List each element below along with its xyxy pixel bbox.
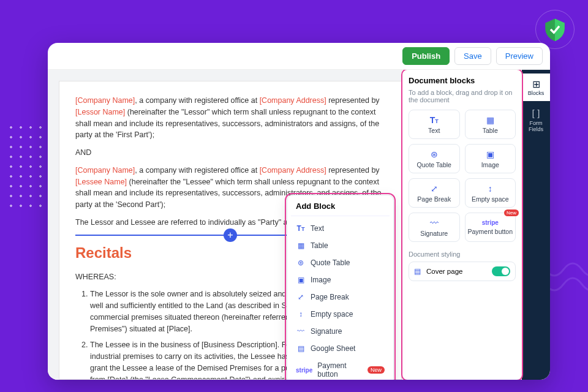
add-block-popover: Add Block TTText▦Table⊛Quote Table▣Image… [287,195,394,380]
popover-item-table[interactable]: ▦Table [291,237,390,254]
stripe-logo: stripe [482,219,499,226]
block-icon: ↕ [488,184,492,194]
popover-item-label: Image [311,276,331,284]
popover-item-label: Text [311,224,324,233]
block-card-signature[interactable]: 〰Signature [409,213,460,242]
cover-page-icon: ▤ [414,267,423,276]
block-icon: ▣ [486,149,494,159]
right-rail: ⊞ Blocks ［］ Form Fields [522,70,550,380]
popover-item-text[interactable]: TTText [291,220,390,237]
popover-item-image[interactable]: ▣Image [291,271,390,288]
block-icon: ↕ [296,310,306,318]
popover-item-payment-button[interactable]: stripePayment buttonNew [291,357,390,380]
stripe-logo: stripe [296,367,312,374]
styling-section-label: Document styling [409,251,516,258]
block-card-table[interactable]: ▦Table [465,110,516,139]
block-icon: 〰 [430,218,439,228]
top-toolbar: Publish Save Preview [48,43,550,70]
block-card-page-break[interactable]: ⤢Page Break [409,178,460,208]
decorative-dots [6,123,43,208]
block-icon: ▦ [296,241,306,250]
cover-page-row[interactable]: ▤ Cover page [409,262,516,281]
block-icon: ▣ [296,276,306,284]
preview-button[interactable]: Preview [496,47,543,65]
block-icon: ▦ [486,115,494,125]
block-card-label: Table [483,127,498,134]
rail-tab-blocks[interactable]: ⊞ Blocks [522,74,550,101]
popover-item-empty-space[interactable]: ↕Empty space [291,306,390,323]
publish-button[interactable]: Publish [402,47,450,65]
block-icon: ⊛ [296,258,306,267]
app-window: Publish Save Preview [Company Name], a c… [48,43,550,380]
popover-item-label: Empty space [311,310,353,318]
popover-item-page-break[interactable]: ⤢Page Break [291,288,390,306]
popover-item-label: Payment button [317,361,360,379]
popover-item-label: Quote Table [311,258,350,267]
block-card-label: Image [481,161,499,168]
popover-item-label: Google Sheet [311,344,355,353]
popover-item-label: Signature [311,327,342,336]
block-card-label: Page Break [417,195,451,203]
block-card-label: Payment button [467,228,513,235]
block-card-label: Text [428,127,440,134]
block-icon: ▤ [296,344,306,353]
and-separator: AND [75,147,385,159]
popover-item-quote-table[interactable]: ⊛Quote Table [291,254,390,271]
new-badge: New [504,209,519,216]
popover-item-label: Table [311,241,328,250]
party-first: [Company Name], a company with registere… [75,95,385,141]
block-card-label: Empty space [472,195,509,203]
block-card-label: Quote Table [417,161,451,168]
add-block-button[interactable]: + [224,228,237,242]
popover-item-label: Page Break [311,293,349,301]
new-badge: New [368,366,385,374]
block-icon: 〰 [296,327,306,336]
popover-title: Add Block [291,202,390,216]
cover-page-toggle[interactable] [492,266,510,276]
text-icon: TT [430,115,439,125]
block-card-label: Signature [420,230,448,237]
blocks-panel: Document blocks To add a block, drag and… [402,70,522,380]
block-card-quote-table[interactable]: ⊛Quote Table [409,144,460,173]
block-icon: ⊛ [431,149,438,159]
popover-item-google-sheet[interactable]: ▤Google Sheet [291,340,390,357]
blocks-panel-hint: To add a block, drag and drop it on the … [409,89,516,104]
form-fields-icon: ［］ [522,107,550,120]
block-card-empty-space[interactable]: ↕Empty space [465,178,516,208]
save-button[interactable]: Save [454,47,491,65]
block-card-text[interactable]: TTText [409,110,460,139]
popover-item-signature[interactable]: 〰Signature [291,323,390,340]
blocks-panel-title: Document blocks [409,76,516,85]
text-icon: TT [296,224,306,233]
block-card-payment-button[interactable]: stripePayment buttonNew [465,213,516,242]
block-card-image[interactable]: ▣Image [465,144,516,173]
rail-tab-form-fields[interactable]: ［］ Form Fields [522,102,550,137]
block-icon: ⤢ [296,293,306,301]
blocks-icon: ⊞ [522,78,550,90]
cover-page-label: Cover page [426,268,462,275]
block-icon: ⤢ [431,184,438,194]
